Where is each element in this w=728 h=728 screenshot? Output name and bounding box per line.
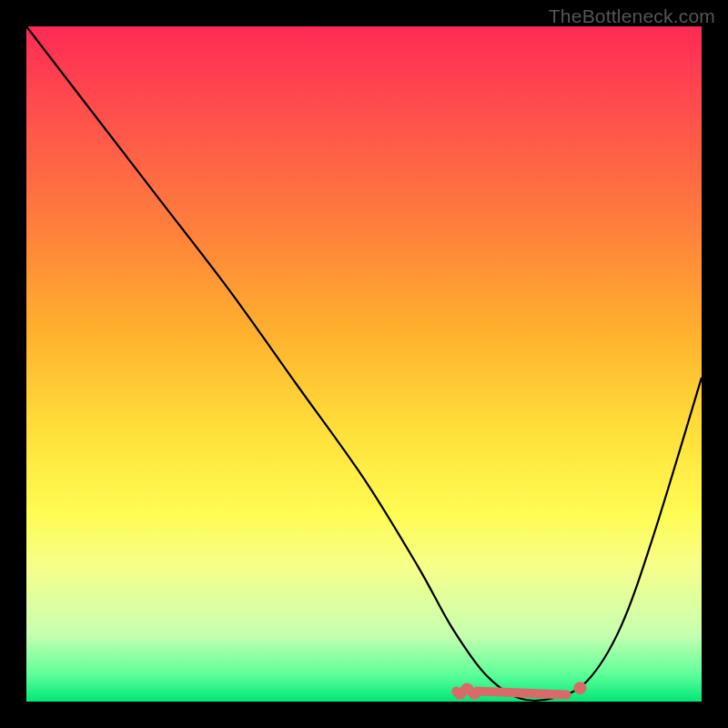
watermark-text: TheBottleneck.com <box>549 5 715 27</box>
bottleneck-curve-line <box>26 26 702 701</box>
marker-dot <box>573 682 586 694</box>
chart-bottleneck <box>26 26 702 702</box>
chart-svg <box>26 26 702 702</box>
optimal-range-marker <box>456 688 566 695</box>
